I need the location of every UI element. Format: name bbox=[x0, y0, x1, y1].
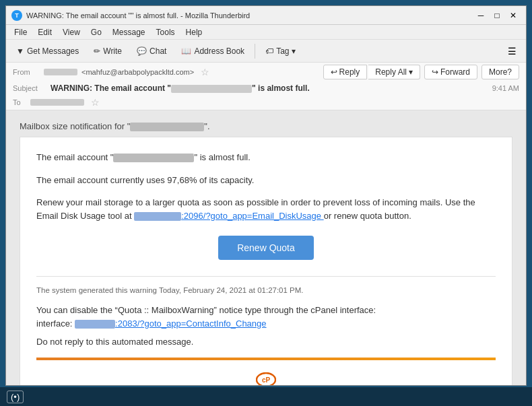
titlebar: T WARNING: The email account "" is almos… bbox=[6, 6, 526, 25]
toolbar-more-icon[interactable]: ☰ bbox=[502, 44, 522, 59]
menu-file[interactable]: File bbox=[9, 26, 32, 38]
svg-text:cP: cP bbox=[262, 376, 271, 384]
window-title: WARNING: The email account "" is almost … bbox=[26, 11, 250, 20]
write-icon: ✏ bbox=[94, 46, 100, 56]
menu-tools[interactable]: Tools bbox=[151, 26, 180, 38]
email-body: Mailbox size notification for "". The em… bbox=[6, 110, 526, 385]
forward-label: Forward bbox=[440, 67, 470, 77]
subject-row: Subject WARNING: The email account "" is… bbox=[6, 81, 526, 95]
interface-label: interface: bbox=[36, 318, 75, 329]
menu-message[interactable]: Message bbox=[107, 26, 151, 38]
menu-help[interactable]: Help bbox=[180, 26, 208, 38]
email-actions: ↩ Reply Reply All ▾ ↪ Forward More? bbox=[323, 65, 519, 79]
address-book-label: Address Book bbox=[194, 46, 244, 56]
subject-blurred bbox=[171, 85, 252, 93]
cpanel-logo-svg: cP bbox=[256, 372, 276, 385]
card-line2: The email account currently uses 97,68% … bbox=[36, 174, 496, 187]
menu-go[interactable]: Go bbox=[86, 26, 107, 38]
address-book-button[interactable]: 📖 Address Book bbox=[175, 44, 251, 59]
disable-notice: You can disable the “Quota :: MailboxWar… bbox=[36, 304, 496, 330]
card-line1: The email account "" is almost full. bbox=[36, 151, 496, 164]
titlebar-controls: ─ □ ✕ bbox=[473, 9, 521, 22]
renew-btn-wrapper: Renew Quota bbox=[36, 236, 496, 260]
from-label: From bbox=[13, 68, 40, 76]
to-star-icon[interactable]: ☆ bbox=[91, 97, 100, 108]
toolbar: ▼ Get Messages ✏ Write 💬 Chat 📖 Address … bbox=[6, 40, 526, 63]
close-button[interactable]: ✕ bbox=[506, 9, 521, 22]
cpanel-logo: cP bbox=[36, 372, 496, 385]
chat-button[interactable]: 💬 Chat bbox=[131, 44, 172, 59]
account-name-blurred bbox=[113, 154, 194, 162]
toolbar-separator bbox=[255, 44, 255, 59]
maximize-button[interactable]: □ bbox=[490, 9, 504, 22]
link-suffix: or renew quota button. bbox=[324, 211, 411, 221]
address-book-icon: 📖 bbox=[181, 46, 191, 56]
menu-edit[interactable]: Edit bbox=[32, 26, 57, 38]
no-reply-notice: Do not reply to this automated message. bbox=[36, 337, 496, 347]
divider bbox=[36, 276, 496, 277]
titlebar-left: T WARNING: The email account "" is almos… bbox=[11, 10, 250, 21]
contact-info-link[interactable]: :2083/?goto_app=ContactInfo_Change bbox=[75, 318, 266, 329]
to-label: To bbox=[13, 98, 26, 106]
renew-quota-button[interactable]: Renew Quota bbox=[218, 236, 314, 260]
tag-button[interactable]: 🏷 Tag ▾ bbox=[259, 44, 302, 59]
link-blurred bbox=[134, 212, 181, 221]
write-button[interactable]: ✏ Write bbox=[88, 44, 128, 59]
reply-label: Reply bbox=[339, 67, 360, 77]
card-line3: Renew your mail storage to a larger quot… bbox=[36, 196, 496, 222]
mailbox-name-blurred bbox=[130, 123, 204, 131]
reply-icon: ↩ bbox=[331, 67, 337, 77]
menubar: File Edit View Go Message Tools Help bbox=[6, 25, 526, 40]
app-icon: T bbox=[11, 10, 22, 21]
timestamp: 9:41 AM bbox=[492, 84, 519, 92]
reply-all-chevron-icon: ▾ bbox=[409, 67, 413, 77]
subject-label: Subject bbox=[13, 84, 46, 92]
bottom-bar: (•) bbox=[0, 387, 532, 406]
get-messages-label: Get Messages bbox=[27, 46, 79, 56]
tag-icon: 🏷 bbox=[265, 46, 273, 56]
notification-label: Mailbox size notification for "". bbox=[20, 121, 512, 131]
cpanel-footer: cP Copyright © 2021 cPanel, Inc. bbox=[36, 366, 496, 385]
star-icon[interactable]: ☆ bbox=[201, 67, 209, 77]
get-messages-icon: ▼ bbox=[16, 46, 24, 56]
thunderbird-window: T WARNING: The email account "" is almos… bbox=[5, 5, 527, 386]
minimize-button[interactable]: ─ bbox=[473, 9, 488, 22]
reply-all-label: Reply All bbox=[375, 67, 407, 77]
system-note: The system generated this warning Today,… bbox=[36, 286, 496, 294]
get-messages-button[interactable]: ▼ Get Messages bbox=[10, 44, 85, 59]
email-header: From <mahfuz@arbabpolypackltd.com> ☆ ↩ R… bbox=[6, 63, 526, 110]
write-label: Write bbox=[103, 46, 122, 56]
disk-usage-link[interactable]: :2096/?goto_app=Email_DiskUsage bbox=[134, 211, 323, 221]
tag-label: Tag bbox=[276, 46, 289, 56]
from-email: <mahfuz@arbabpolypackltd.com> bbox=[81, 68, 194, 76]
tag-chevron-icon: ▾ bbox=[292, 46, 296, 56]
chat-label: Chat bbox=[149, 46, 166, 56]
forward-icon: ↪ bbox=[432, 67, 438, 77]
chat-icon: 💬 bbox=[137, 46, 147, 56]
email-card: The email account "" is almost full. The… bbox=[20, 137, 512, 385]
to-address-blurred bbox=[30, 99, 84, 106]
bottom-icon: (•) bbox=[7, 391, 24, 403]
more-actions-button[interactable]: More? bbox=[481, 65, 519, 79]
from-row: From <mahfuz@arbabpolypackltd.com> ☆ ↩ R… bbox=[6, 63, 526, 81]
forward-button[interactable]: ↪ Forward bbox=[424, 65, 477, 79]
reply-button[interactable]: ↩ Reply bbox=[323, 65, 368, 79]
link2-blurred bbox=[75, 320, 115, 329]
subject-text: WARNING: The email account "" is almost … bbox=[51, 83, 310, 93]
more-actions-label: More? bbox=[489, 67, 512, 77]
to-row: To ☆ bbox=[6, 95, 526, 110]
menu-view[interactable]: View bbox=[57, 26, 86, 38]
reply-all-button[interactable]: Reply All ▾ bbox=[368, 65, 420, 79]
orange-line bbox=[36, 358, 496, 360]
from-name-blurred bbox=[44, 69, 77, 75]
